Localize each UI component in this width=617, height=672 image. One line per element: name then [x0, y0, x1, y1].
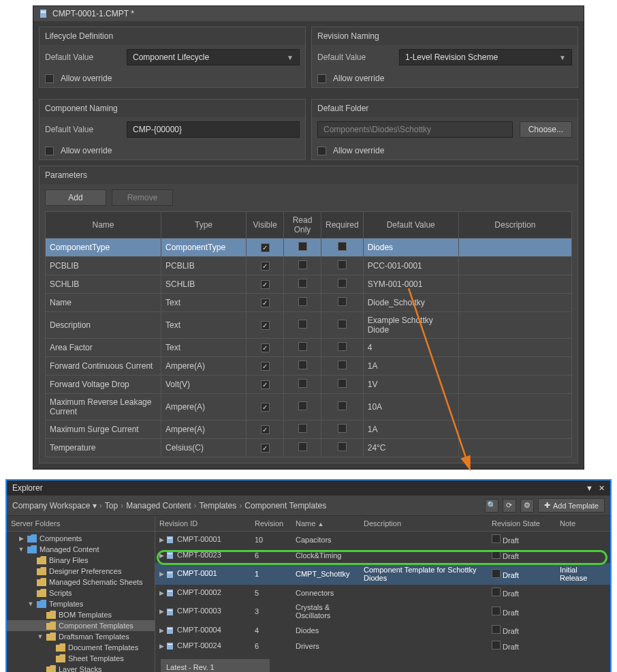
component-naming-input[interactable]: CMP-{00000} — [127, 121, 300, 138]
expand-icon[interactable]: ▼ — [27, 600, 34, 607]
choose-folder-button[interactable]: Choose... — [520, 121, 572, 138]
required-checkbox[interactable] — [338, 424, 347, 433]
required-checkbox[interactable] — [338, 442, 347, 451]
breadcrumb-segment[interactable]: Managed Content — [126, 501, 191, 510]
readonly-checkbox[interactable] — [298, 320, 307, 329]
required-checkbox[interactable] — [338, 242, 347, 251]
visible-checkbox[interactable]: ✓ — [261, 262, 270, 271]
state-checkbox[interactable] — [492, 607, 501, 615]
readonly-checkbox[interactable] — [298, 342, 307, 351]
state-checkbox[interactable] — [492, 587, 501, 596]
table-row[interactable]: Maximum Reverse Leakage Current Ampere(A… — [46, 394, 572, 421]
readonly-checkbox[interactable] — [298, 260, 307, 269]
state-checkbox[interactable] — [492, 625, 501, 634]
table-row[interactable]: SCHLIB SCHLIB ✓ SYM-001-0001 — [46, 275, 572, 294]
allow-override-checkbox[interactable] — [45, 147, 54, 155]
visible-checkbox[interactable]: ✓ — [261, 243, 270, 252]
visible-checkbox[interactable]: ✓ — [261, 299, 270, 307]
readonly-checkbox[interactable] — [298, 424, 307, 433]
visible-checkbox[interactable]: ✓ — [261, 425, 270, 434]
tree-item[interactable]: Designer Preferences — [7, 566, 155, 577]
search-icon[interactable]: 🔍 — [485, 499, 499, 513]
allow-override-checkbox[interactable] — [45, 74, 54, 83]
expand-icon[interactable]: ▶ — [159, 643, 166, 650]
tree-item[interactable]: Managed Schematic Sheets — [7, 577, 155, 587]
required-checkbox[interactable] — [338, 279, 347, 288]
allow-override-checkbox[interactable] — [317, 147, 326, 155]
close-icon[interactable]: ✕ — [599, 484, 605, 493]
col-required[interactable]: Required — [321, 212, 364, 239]
readonly-checkbox[interactable] — [298, 297, 307, 306]
breadcrumb-segment[interactable]: Company Workspace ▾ — [12, 501, 97, 510]
col-name[interactable]: Name ▲ — [291, 516, 360, 532]
readonly-checkbox[interactable] — [298, 379, 307, 388]
add-template-button[interactable]: ✚ Add Template — [538, 498, 605, 513]
dropdown-icon[interactable]: ▼ — [586, 484, 593, 493]
expand-icon[interactable]: ▼ — [18, 546, 25, 553]
tree-item[interactable]: Scripts — [7, 587, 155, 598]
allow-override-checkbox[interactable] — [317, 74, 326, 83]
visible-checkbox[interactable]: ✓ — [261, 444, 270, 453]
required-checkbox[interactable] — [338, 401, 347, 410]
col-visible[interactable]: Visible — [247, 212, 284, 239]
detail-head[interactable]: Latest - Rev. 1 Draft — [161, 659, 270, 672]
list-row[interactable]: ▶CMPT-0001 1CMPT_SchottkyComponent Templ… — [155, 563, 610, 585]
visible-checkbox[interactable]: ✓ — [261, 321, 270, 330]
add-button[interactable]: Add — [45, 189, 106, 206]
state-checkbox[interactable] — [492, 641, 501, 650]
tree-item[interactable]: ▶Components — [7, 533, 155, 544]
refresh-icon[interactable]: ⟳ — [503, 499, 516, 513]
list-row[interactable]: ▶CMPT-00023 6Clock&Timing Draft — [155, 547, 610, 563]
expand-icon[interactable]: ▶ — [159, 552, 166, 559]
readonly-checkbox[interactable] — [298, 442, 307, 451]
state-checkbox[interactable] — [492, 569, 501, 578]
table-row[interactable]: Description Text ✓ Example Schottky Diod… — [46, 312, 572, 339]
breadcrumb-segment[interactable]: Top — [105, 501, 118, 510]
table-row[interactable]: ComponentType ComponentType ✓ Diodes — [46, 239, 572, 257]
col-default[interactable]: Default Value — [363, 212, 458, 239]
required-checkbox[interactable] — [338, 342, 347, 351]
col-type[interactable]: Type — [161, 212, 247, 239]
table-row[interactable]: Name Text ✓ Diode_Schottky — [46, 294, 572, 312]
table-row[interactable]: PCBLIB PCBLIB ✓ PCC-001-0001 — [46, 257, 572, 275]
list-row[interactable]: ▶CMPT-00001 10Capacitors Draft — [155, 532, 610, 548]
breadcrumb-segment[interactable]: Component Templates — [244, 501, 326, 510]
tree-item[interactable]: Sheet Templates — [7, 653, 155, 664]
expand-icon[interactable]: ▶ — [159, 608, 166, 615]
readonly-checkbox[interactable] — [298, 279, 307, 288]
table-row[interactable]: Temperature Celsius(C) ✓ 24°C — [46, 439, 572, 457]
table-row[interactable]: Maximum Surge Current Ampere(A) ✓ 1A — [46, 421, 572, 439]
table-row[interactable]: Forward Continuous Current Ampere(A) ✓ 1… — [46, 357, 572, 376]
table-row[interactable]: Forward Voltage Drop Volt(V) ✓ 1V — [46, 376, 572, 394]
readonly-checkbox[interactable] — [298, 401, 307, 410]
expand-icon[interactable]: ▶ — [18, 535, 25, 542]
tree-item[interactable]: ▼Templates — [7, 598, 155, 609]
col-readonly[interactable]: Read Only — [284, 212, 321, 239]
readonly-checkbox[interactable] — [298, 242, 307, 251]
col-note[interactable]: Note — [556, 516, 610, 532]
col-description[interactable]: Description — [458, 212, 571, 239]
tree-item[interactable]: ▼Managed Content — [7, 544, 155, 555]
tree-item[interactable]: BOM Templates — [7, 609, 155, 620]
visible-checkbox[interactable]: ✓ — [261, 343, 270, 352]
col-revision-id[interactable]: Revision ID — [155, 516, 251, 532]
required-checkbox[interactable] — [338, 260, 347, 269]
state-checkbox[interactable] — [492, 550, 501, 559]
visible-checkbox[interactable]: ✓ — [261, 280, 270, 289]
list-row[interactable]: ▶CMPT-00002 5Connectors Draft — [155, 585, 610, 600]
required-checkbox[interactable] — [338, 361, 347, 369]
tree-item[interactable]: Component Templates — [7, 620, 155, 631]
tree-item[interactable]: ▼Draftsman Templates — [7, 631, 155, 642]
expand-icon[interactable]: ▶ — [159, 570, 166, 577]
readonly-checkbox[interactable] — [298, 361, 307, 369]
tree-item[interactable]: Document Templates — [7, 642, 155, 653]
breadcrumb-segment[interactable]: Templates — [200, 501, 237, 510]
expand-icon[interactable]: ▶ — [159, 536, 166, 543]
table-row[interactable]: Area Factor Text ✓ 4 — [46, 339, 572, 357]
col-revision-state[interactable]: Revision State — [488, 516, 556, 532]
remove-button[interactable]: Remove — [112, 189, 173, 206]
required-checkbox[interactable] — [338, 320, 347, 329]
expand-icon[interactable]: ▶ — [159, 590, 166, 596]
required-checkbox[interactable] — [338, 379, 347, 388]
expand-icon[interactable]: ▼ — [37, 633, 44, 640]
